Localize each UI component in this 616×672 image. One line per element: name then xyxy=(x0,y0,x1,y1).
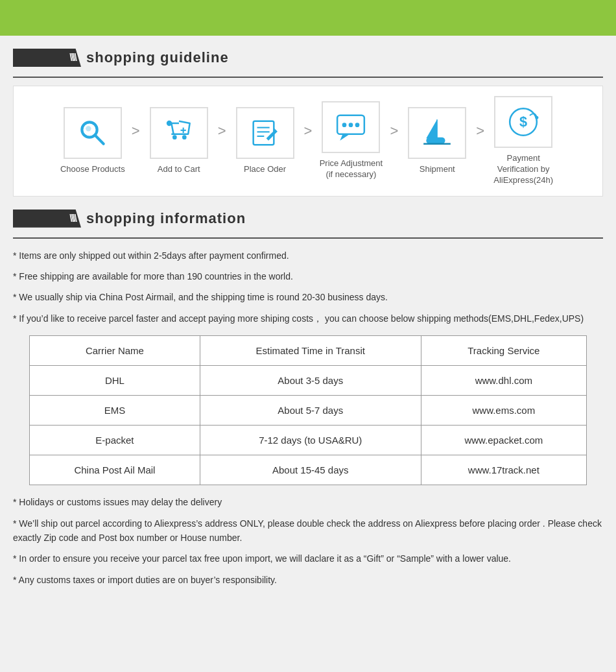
step-place-order: Place Oder xyxy=(230,107,301,175)
info-bullet-4: * If you’d like to receive parcel faster… xyxy=(13,311,603,326)
bottom-bullet-4: * Any customs taxes or import duties are… xyxy=(13,573,603,587)
cart-icon xyxy=(163,117,195,149)
table-cell-carrier: EMS xyxy=(30,396,200,426)
step-shipment: Shipment xyxy=(401,107,473,175)
table-cell-time: About 3-5 days xyxy=(200,366,421,396)
table-cell-time: About 15-45 days xyxy=(200,455,421,485)
bottom-info: * Holidays or customs issues may delay t… xyxy=(13,495,603,587)
arrow-1: > xyxy=(132,123,140,159)
search-icon xyxy=(77,117,109,149)
info-bullet-1: * Items are only shipped out within 2-5d… xyxy=(13,248,603,263)
guideline-title: shopping guideline xyxy=(86,49,229,66)
step-label-price: Price Adjustment (if necessary) xyxy=(320,158,383,180)
step-icon-box-ship xyxy=(408,107,466,159)
bottom-bullet-1: * Holidays or customs issues may delay t… xyxy=(13,495,603,509)
svg-rect-22 xyxy=(427,138,445,144)
table-cell-carrier: DHL xyxy=(30,366,200,396)
table-cell-tracking: www.ems.com xyxy=(421,396,586,426)
payment-icon: $ xyxy=(507,106,539,138)
step-label-payment: Payment Verification by AliExpress(24h) xyxy=(488,153,559,186)
table-header-row: Carrier Name Estimated Time in Transit T… xyxy=(30,336,587,366)
step-icon-box-payment: $ xyxy=(494,96,552,148)
svg-marker-16 xyxy=(340,134,350,141)
order-icon xyxy=(249,117,281,149)
table-row: China Post Ail MailAbout 15-45 dayswww.1… xyxy=(30,455,587,485)
step-icon-box-price xyxy=(322,101,380,153)
main-content: \\\\ shopping guideline Choose Products … xyxy=(0,36,616,606)
arrow-3: > xyxy=(304,123,313,159)
table-cell-tracking: www.dhl.com xyxy=(421,366,586,396)
step-choose-products: Choose Products xyxy=(57,107,128,175)
col-header-carrier: Carrier Name xyxy=(30,336,200,366)
table-cell-tracking: www.17track.net xyxy=(421,455,586,485)
info-header: \\\\ shopping information xyxy=(13,210,603,228)
col-header-tracking: Tracking Service xyxy=(421,336,586,366)
info-bullet-2: * Free shipping are available for more t… xyxy=(13,269,603,283)
bottom-bullet-3: * In order to ensure you receive your pa… xyxy=(13,551,603,566)
step-icon-box-order xyxy=(236,107,294,159)
svg-point-19 xyxy=(355,123,360,128)
arrow-5: > xyxy=(476,123,484,159)
steps-container: Choose Products > Add to Cart > xyxy=(13,86,603,197)
table-cell-time: 7-12 days (to USA&RU) xyxy=(200,426,421,455)
step-label-cart: Add to Cart xyxy=(158,164,200,175)
step-label-ship: Shipment xyxy=(420,164,455,175)
svg-point-18 xyxy=(349,123,353,128)
shipping-table: Carrier Name Estimated Time in Transit T… xyxy=(29,335,587,485)
info-title: shopping information xyxy=(86,210,246,227)
guideline-header: \\\\ shopping guideline xyxy=(13,49,603,67)
svg-marker-20 xyxy=(427,119,438,138)
step-price-adjustment: Price Adjustment (if necessary) xyxy=(315,101,386,180)
table-cell-tracking: www.epacket.com xyxy=(421,426,586,455)
svg-point-2 xyxy=(86,126,91,131)
col-header-time: Estimated Time in Transit xyxy=(200,336,421,366)
svg-point-17 xyxy=(342,123,347,128)
svg-point-7 xyxy=(182,135,187,139)
info-bullet-3: * We usually ship via China Post Airmail… xyxy=(13,290,603,304)
svg-point-26 xyxy=(535,116,538,119)
table-row: EMSAbout 5-7 dayswww.ems.com xyxy=(30,396,587,426)
svg-line-5 xyxy=(171,123,173,134)
info-bullets: * Items are only shipped out within 2-5d… xyxy=(13,248,603,326)
bottom-bullet-2: * We’ll ship out parcel according to Ali… xyxy=(13,516,603,546)
step-add-to-cart: Add to Cart xyxy=(143,107,215,175)
step-label-order: Place Oder xyxy=(244,164,286,175)
svg-rect-10 xyxy=(253,121,274,145)
step-label-choose: Choose Products xyxy=(60,164,125,175)
table-cell-carrier: E-packet xyxy=(30,426,200,455)
table-row: DHLAbout 3-5 dayswww.dhl.com xyxy=(30,366,587,396)
svg-point-6 xyxy=(172,135,177,139)
arrow-2: > xyxy=(218,123,226,159)
ship-icon xyxy=(421,117,453,149)
step-payment: $ Payment Verification by AliExpress(24h… xyxy=(488,96,559,186)
table-cell-time: About 5-7 days xyxy=(200,396,421,426)
green-banner xyxy=(0,0,616,36)
chat-icon xyxy=(335,111,367,143)
step-icon-box-choose xyxy=(64,107,122,159)
svg-line-1 xyxy=(95,135,103,143)
table-row: E-packet7-12 days (to USA&RU)www.epacket… xyxy=(30,426,587,455)
svg-text:$: $ xyxy=(519,114,527,130)
arrow-4: > xyxy=(390,123,398,159)
step-icon-box-cart xyxy=(150,107,208,159)
table-cell-carrier: China Post Ail Mail xyxy=(30,455,200,485)
